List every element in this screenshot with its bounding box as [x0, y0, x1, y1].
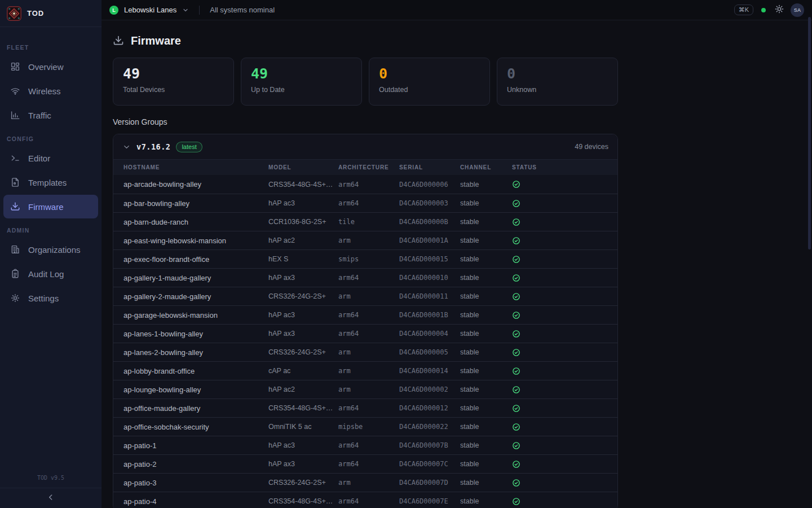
- cell-model: hAP ac3: [268, 199, 338, 207]
- stat-card: 49 Up to Date: [241, 58, 362, 106]
- chevron-down-icon[interactable]: [122, 143, 131, 151]
- stat-card: 0 Unknown: [497, 58, 618, 106]
- sidebar-section: FLEET Overview Wireless Traffic: [0, 36, 102, 127]
- sidebar-item-firmware[interactable]: Firmware: [3, 195, 98, 218]
- cell-hostname: ap-lanes-1-bowling-alley: [123, 330, 268, 338]
- cell-model: hAP ac2: [268, 237, 338, 244]
- theme-toggle-button[interactable]: [775, 5, 784, 16]
- cell-architecture: tile: [338, 218, 399, 226]
- gear-icon: [10, 293, 21, 304]
- column-header-hostname: HOSTNAME: [123, 164, 268, 170]
- chevron-down-icon[interactable]: [182, 7, 189, 14]
- table-row[interactable]: ap-patio-2 hAP ax3 arm64 D4CA6D00007C st…: [113, 454, 617, 473]
- cell-model: hEX S: [268, 255, 338, 263]
- device-table-body: ap-arcade-bowling-alley CRS354-48G-4S+… …: [113, 175, 617, 508]
- cell-hostname: ap-east-wing-lebowski-mansion: [123, 237, 268, 245]
- table-row[interactable]: ap-garage-lebowski-mansion hAP ac3 arm64…: [113, 305, 617, 324]
- cell-serial: D4CA6D00007B: [399, 441, 460, 449]
- table-row[interactable]: ap-arcade-bowling-alley CRS354-48G-4S+… …: [113, 175, 617, 194]
- cell-channel: stable: [460, 199, 512, 207]
- table-row[interactable]: ap-exec-floor-brandt-office hEX S smips …: [113, 249, 617, 268]
- check-circle-icon: [512, 348, 520, 357]
- sidebar-item-editor[interactable]: Editor: [3, 146, 98, 170]
- sidebar-item-label: Traffic: [28, 111, 51, 120]
- cell-status: [512, 460, 617, 468]
- table-row[interactable]: ap-bar-bowling-alley hAP ac3 arm64 D4CA6…: [113, 194, 617, 212]
- page-title: Firmware: [131, 34, 181, 47]
- column-header-channel: CHANNEL: [460, 164, 512, 170]
- table-row[interactable]: ap-gallery-1-maude-gallery hAP ax3 arm64…: [113, 268, 617, 287]
- cell-architecture: arm64: [338, 181, 399, 189]
- table-row[interactable]: ap-lobby-brandt-office cAP ac arm D4CA6D…: [113, 361, 617, 380]
- check-circle-icon: [512, 199, 520, 208]
- sidebar-section: ADMIN Organizations Audit Log Settings: [0, 219, 102, 310]
- system-status-text: All systems nominal: [210, 6, 275, 14]
- check-circle-icon: [512, 218, 520, 226]
- org-switcher[interactable]: Lebowski Lanes: [124, 6, 176, 14]
- device-table-header: HOSTNAMEMODELARCHITECTURESERIALCHANNELST…: [113, 159, 617, 175]
- cell-model: hAP ac3: [268, 441, 338, 449]
- sidebar-item-wireless[interactable]: Wireless: [3, 79, 98, 103]
- cell-serial: D4CA6D000004: [399, 330, 460, 338]
- cell-serial: D4CA6D000003: [399, 199, 460, 207]
- sidebar-footer: TOD v9.5: [0, 469, 102, 508]
- sidebar-item-label: Settings: [28, 294, 59, 303]
- cell-architecture: arm: [338, 237, 399, 244]
- check-circle-icon: [512, 367, 520, 375]
- sidebar-item-audit-log[interactable]: Audit Log: [3, 262, 98, 286]
- command-palette-shortcut[interactable]: ⌘K: [734, 5, 753, 15]
- cell-architecture: arm64: [338, 460, 399, 468]
- table-row[interactable]: ap-patio-3 CRS326-24G-2S+ arm D4CA6D0000…: [113, 473, 617, 492]
- grid-icon: [10, 62, 21, 72]
- table-row[interactable]: ap-lounge-bowling-alley hAP ac2 arm D4CA…: [113, 380, 617, 398]
- table-row[interactable]: ap-patio-1 hAP ac3 arm64 D4CA6D00007B st…: [113, 436, 617, 454]
- cell-status: [512, 180, 617, 189]
- cell-hostname: ap-office-sobchak-security: [123, 423, 268, 431]
- sidebar-item-templates[interactable]: Templates: [3, 170, 98, 194]
- sidebar-collapse-button[interactable]: [0, 488, 102, 508]
- check-circle-icon: [512, 479, 520, 487]
- page-header: Firmware: [113, 33, 812, 49]
- cell-model: OmniTIK 5 ac: [268, 423, 338, 431]
- table-row[interactable]: ap-office-maude-gallery CRS354-48G-4S+… …: [113, 398, 617, 417]
- check-circle-icon: [512, 497, 520, 506]
- cell-channel: stable: [460, 386, 512, 393]
- cell-serial: D4CA6D000002: [399, 386, 460, 393]
- cell-hostname: ap-office-maude-gallery: [123, 404, 268, 413]
- table-row[interactable]: ap-patio-4 CRS354-48G-4S+… arm64 D4CA6D0…: [113, 492, 617, 508]
- cell-architecture: arm64: [338, 311, 399, 319]
- check-circle-icon: [512, 441, 520, 450]
- table-row[interactable]: ap-office-sobchak-security OmniTIK 5 ac …: [113, 417, 617, 436]
- sidebar-item-label: Firmware: [28, 202, 64, 212]
- cell-status: [512, 311, 617, 319]
- cell-architecture: arm: [338, 479, 399, 487]
- cell-channel: stable: [460, 367, 512, 375]
- cell-status: [512, 423, 617, 431]
- cell-hostname: ap-lanes-2-bowling-alley: [123, 348, 268, 357]
- building-icon: [10, 244, 21, 255]
- content: Firmware 49 Total Devices 49 Up to Date …: [102, 20, 812, 508]
- sidebar-item-traffic[interactable]: Traffic: [3, 103, 98, 127]
- version-group-header[interactable]: v7.16.2 latest 49 devices: [113, 134, 617, 159]
- table-row[interactable]: ap-east-wing-lebowski-mansion hAP ac2 ar…: [113, 231, 617, 249]
- sidebar-item-organizations[interactable]: Organizations: [3, 238, 98, 261]
- table-row[interactable]: ap-barn-dude-ranch CCR1036-8G-2S+ tile D…: [113, 212, 617, 231]
- user-avatar[interactable]: SA: [791, 3, 804, 17]
- column-header-status: STATUS: [512, 164, 617, 170]
- cell-architecture: smips: [338, 255, 399, 263]
- clipboard-icon: [10, 269, 21, 279]
- sidebar-item-settings[interactable]: Settings: [3, 286, 98, 310]
- check-circle-icon: [512, 274, 520, 282]
- sidebar-item-overview[interactable]: Overview: [3, 55, 98, 78]
- cell-channel: stable: [460, 423, 512, 431]
- cell-hostname: ap-gallery-1-maude-gallery: [123, 274, 268, 282]
- cell-model: hAP ax3: [268, 460, 338, 468]
- table-row[interactable]: ap-gallery-2-maude-gallery CRS326-24G-2S…: [113, 287, 617, 305]
- cell-channel: stable: [460, 181, 512, 189]
- table-row[interactable]: ap-lanes-2-bowling-alley CRS326-24G-2S+ …: [113, 343, 617, 361]
- column-header-serial: SERIAL: [399, 164, 460, 170]
- cell-status: [512, 404, 617, 413]
- cell-architecture: arm: [338, 386, 399, 393]
- table-row[interactable]: ap-lanes-1-bowling-alley hAP ax3 arm64 D…: [113, 324, 617, 343]
- vertical-scrollbar[interactable]: [808, 17, 811, 249]
